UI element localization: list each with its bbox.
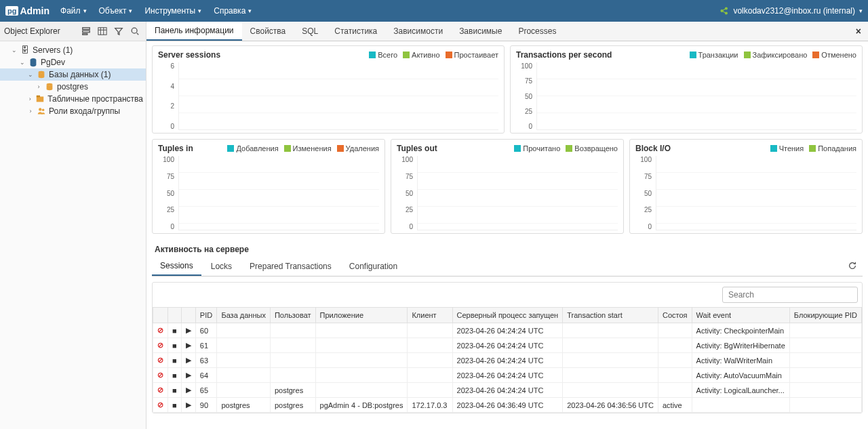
cell-wait: Activity: CheckpointerMain — [692, 323, 789, 338]
cancel-icon[interactable]: ⊘ — [157, 371, 163, 379]
col-wait[interactable]: Wait event — [692, 308, 789, 323]
search-icon[interactable] — [128, 24, 142, 38]
table-row[interactable]: ⊘■▶602023-04-26 04:24:24 UTCActivity: Ch… — [153, 323, 862, 338]
object-explorer: Object Explorer ⌄🗄Servers (1) ⌄PgDev ⌄Ба… — [0, 22, 146, 429]
cell-backend: 2023-04-26 04:24:24 UTC — [452, 368, 563, 383]
subtab-configuration[interactable]: Configuration — [341, 258, 406, 275]
tab-dependencies[interactable]: Зависимости — [385, 22, 451, 40]
table-row[interactable]: ⊘■▶90postgrespostgrespgAdmin 4 - DB:post… — [153, 398, 862, 413]
cell-pid: 90 — [195, 398, 217, 413]
cancel-icon[interactable]: ⊘ — [157, 386, 163, 394]
cell-block — [789, 338, 861, 353]
search-input[interactable] — [722, 287, 858, 303]
chart-title: Transactions per second — [516, 50, 612, 60]
stop-icon[interactable]: ■ — [172, 342, 177, 350]
cell-wait: Activity: BgWriterHibernate — [692, 338, 789, 353]
table-row[interactable]: ⊘■▶612023-04-26 04:24:24 UTCActivity: Bg… — [153, 338, 862, 353]
chevron-down-icon: ⌄ — [27, 71, 34, 78]
cell-block — [789, 383, 861, 398]
tree-servers[interactable]: ⌄🗄Servers (1) — [0, 44, 146, 56]
menu-help[interactable]: Справка▾ — [214, 6, 252, 16]
play-icon[interactable]: ▶ — [186, 356, 191, 364]
view-data-icon[interactable] — [96, 24, 109, 38]
col-backend[interactable]: Серверный процесс запущен — [452, 308, 563, 323]
svg-point-19 — [42, 109, 45, 112]
play-icon[interactable]: ▶ — [186, 386, 191, 394]
chart-block-io: Block I/O Чтения Попадания 1007550250 — [629, 139, 863, 234]
play-icon[interactable]: ▶ — [186, 371, 191, 379]
query-tool-icon[interactable] — [79, 24, 93, 38]
play-icon[interactable]: ▶ — [186, 326, 191, 334]
cell-client: 172.17.0.3 — [408, 398, 452, 413]
tab-info[interactable]: Панель информации — [146, 22, 242, 41]
cancel-icon[interactable]: ⊘ — [157, 326, 163, 334]
cell-pid: 61 — [195, 338, 217, 353]
play-icon[interactable]: ▶ — [186, 401, 191, 409]
sessions-panel: PID База данных Пользоват Приложение Кли… — [152, 282, 863, 413]
tree: ⌄🗄Servers (1) ⌄PgDev ⌄Базы данных (1) ›p… — [0, 41, 146, 120]
menu-object[interactable]: Объект▾ — [99, 6, 133, 16]
database-icon — [37, 70, 46, 79]
tree-postgres[interactable]: ›postgres — [0, 81, 146, 93]
stop-icon[interactable]: ■ — [172, 401, 177, 409]
tree-databases[interactable]: ⌄Базы данных (1) — [0, 68, 146, 81]
table-row[interactable]: ⊘■▶642023-04-26 04:24:24 UTCActivity: Au… — [153, 368, 862, 383]
chart-title: Tuples in — [158, 144, 193, 153]
close-icon[interactable]: × — [849, 23, 868, 39]
col-client[interactable]: Клиент — [408, 308, 452, 323]
database-icon — [45, 82, 54, 91]
tree-roles[interactable]: ›Роли входа/группы — [0, 105, 146, 117]
svg-point-15 — [47, 83, 53, 86]
table-row[interactable]: ⊘■▶65postgres2023-04-26 04:24:24 UTCActi… — [153, 383, 862, 398]
col-txn[interactable]: Transaction start — [563, 308, 658, 323]
stop-icon[interactable]: ■ — [172, 371, 177, 380]
user-menu[interactable]: volkodav2312@inbox.ru (internal) ▾ — [719, 6, 863, 16]
menu-file[interactable]: Файл▾ — [60, 6, 87, 16]
menu-tools[interactable]: Инструменты▾ — [144, 6, 201, 16]
subtab-sessions[interactable]: Sessions — [152, 257, 201, 276]
cell-state — [658, 383, 692, 398]
svg-rect-8 — [98, 28, 106, 35]
logo-admin: Admin — [20, 5, 50, 16]
svg-point-18 — [39, 108, 41, 110]
col-pid[interactable]: PID — [195, 308, 217, 323]
tab-properties[interactable]: Свойства — [242, 22, 294, 40]
cell-wait: Activity: WalWriterMain — [692, 353, 789, 368]
cancel-icon[interactable]: ⊘ — [157, 341, 163, 349]
cell-block — [789, 398, 861, 413]
cancel-icon[interactable]: ⊘ — [157, 401, 163, 409]
tab-sql[interactable]: SQL — [294, 22, 326, 40]
refresh-icon[interactable] — [842, 258, 863, 275]
cell-pid: 60 — [195, 323, 217, 338]
tab-processes[interactable]: Processes — [510, 22, 564, 40]
col-app[interactable]: Приложение — [315, 308, 408, 323]
stop-icon[interactable]: ■ — [172, 356, 177, 365]
cell-pid: 64 — [195, 368, 217, 383]
cell-db: postgres — [217, 398, 271, 413]
col-db[interactable]: База данных — [217, 308, 271, 323]
cell-backend: 2023-04-26 04:24:24 UTC — [452, 323, 563, 338]
col-block[interactable]: Блокирующие PID — [789, 308, 861, 323]
cell-app: pgAdmin 4 - DB:postgres — [315, 398, 408, 413]
stop-icon[interactable]: ■ — [172, 327, 177, 335]
stop-icon[interactable]: ■ — [172, 386, 177, 394]
table-row[interactable]: ⊘■▶632023-04-26 04:24:24 UTCActivity: Wa… — [153, 353, 862, 368]
cell-client — [408, 383, 452, 398]
play-icon[interactable]: ▶ — [186, 341, 191, 349]
filter-icon[interactable] — [112, 24, 125, 38]
logo[interactable]: pgAdmin — [5, 5, 50, 16]
col-user[interactable]: Пользоват — [270, 308, 315, 323]
tab-dependents[interactable]: Зависимые — [451, 22, 510, 40]
cancel-icon[interactable]: ⊘ — [157, 356, 163, 364]
cell-pid: 63 — [195, 353, 217, 368]
tree-tablespaces[interactable]: ›Табличные пространства — [0, 93, 146, 105]
tree-pgdev[interactable]: ⌄PgDev — [0, 56, 146, 68]
chart-server-sessions: Server sessions Всего Активно Простаивае… — [152, 45, 505, 134]
svg-rect-7 — [83, 34, 87, 35]
col-state[interactable]: Состоя — [658, 308, 692, 323]
subtab-locks[interactable]: Locks — [203, 258, 240, 275]
subtab-prepared[interactable]: Prepared Transactions — [241, 258, 340, 275]
tab-statistics[interactable]: Статистика — [326, 22, 385, 40]
cell-db — [217, 383, 271, 398]
cell-state — [658, 323, 692, 338]
